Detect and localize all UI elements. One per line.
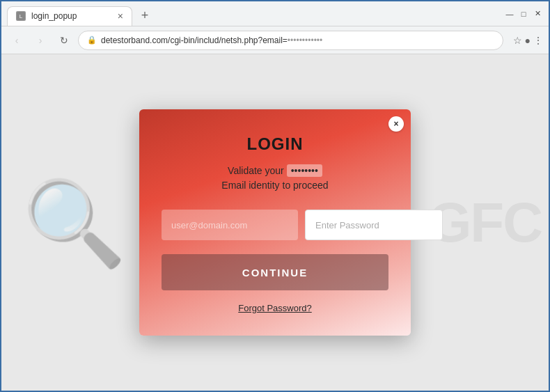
login-modal: × LOGIN Validate your •••••••• Email ide… (139, 109, 411, 336)
minimize-button[interactable]: — (504, 8, 515, 19)
forward-button[interactable]: › (31, 31, 50, 50)
modal-title: LOGIN (162, 134, 388, 154)
password-input[interactable] (305, 210, 443, 240)
lock-icon: 🔒 (87, 36, 97, 45)
tab-label: login_popup (31, 11, 112, 21)
bookmark-icon[interactable]: ☆ (513, 35, 522, 46)
tab-area: L login_popup × + (7, 2, 501, 26)
account-icon[interactable]: ● (525, 35, 531, 46)
forgot-password-link[interactable]: Forgot Password? (162, 303, 388, 313)
address-bar-row: ‹ › ↻ 🔒 detestorband.com/cgi-bin/includ/… (1, 26, 549, 54)
close-window-button[interactable]: ✕ (532, 8, 543, 19)
refresh-button[interactable]: ↻ (54, 31, 74, 50)
input-row (162, 210, 388, 240)
browser-window: L login_popup × + — □ ✕ ‹ › ↻ 🔒 detestor… (0, 0, 550, 392)
page-content: 🔍 GFC × LOGIN Validate your •••••••• Ema… (1, 54, 549, 391)
new-tab-button[interactable]: + (135, 6, 155, 26)
address-bar[interactable]: 🔒 detestorband.com/cgi-bin/includ/netsh.… (78, 31, 503, 50)
svg-text:L: L (19, 13, 23, 19)
title-bar: L login_popup × + — □ ✕ (1, 1, 549, 26)
continue-button[interactable]: CONTINUE (162, 254, 388, 290)
window-controls: — □ ✕ (504, 8, 543, 19)
subtitle-email-highlight: •••••••• (287, 164, 322, 177)
tab-close-button[interactable]: × (118, 11, 123, 21)
modal-subtitle: Validate your •••••••• Email identity to… (162, 164, 388, 193)
tab-favicon: L (16, 11, 26, 21)
address-right-icons: ☆ ● ⋮ (513, 35, 543, 46)
modal-overlay: × LOGIN Validate your •••••••• Email ide… (1, 54, 549, 391)
modal-close-button[interactable]: × (388, 116, 404, 132)
menu-icon[interactable]: ⋮ (533, 35, 543, 46)
url-text: detestorband.com/cgi-bin/includ/netsh.ph… (101, 36, 494, 45)
active-tab[interactable]: L login_popup × (7, 6, 132, 26)
email-input[interactable] (162, 210, 298, 240)
back-button[interactable]: ‹ (7, 31, 26, 50)
maximize-button[interactable]: □ (518, 8, 529, 19)
